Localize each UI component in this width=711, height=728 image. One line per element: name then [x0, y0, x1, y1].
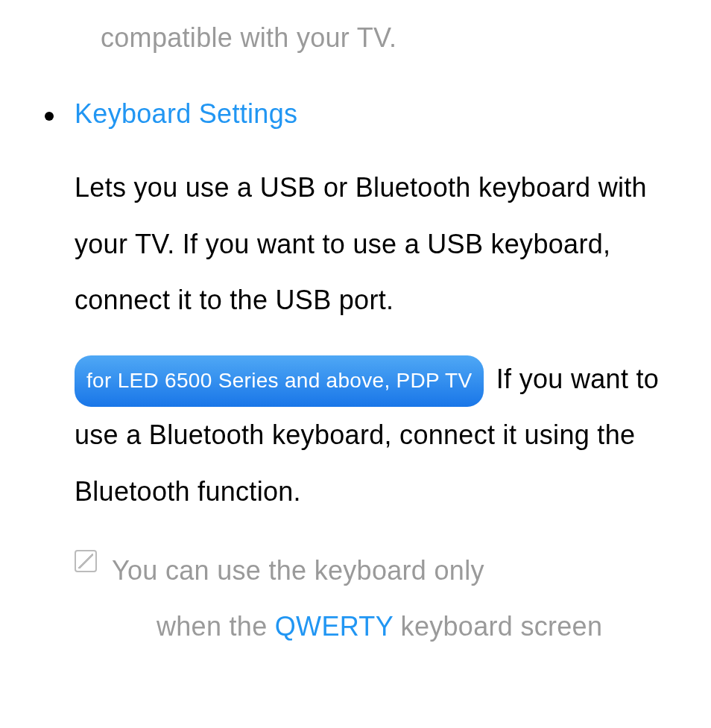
paragraph-1: Lets you use a USB or Bluetooth keyboard… [75, 159, 681, 329]
note-block: You can use the keyboard only when the Q… [75, 542, 681, 655]
note-text-container: You can use the keyboard only when the Q… [112, 542, 602, 655]
document-content: compatible with your TV. Keyboard Settin… [0, 0, 711, 655]
model-pill: for LED 6500 Series and above, PDP TV [75, 355, 484, 407]
list-item: Keyboard Settings [45, 98, 681, 130]
note-line-2: when the QWERTY keyboard screen [157, 598, 602, 655]
section-heading: Keyboard Settings [75, 98, 297, 130]
note-line-1: You can use the keyboard only [112, 542, 602, 599]
prev-page-fragment: compatible with your TV. [101, 22, 681, 54]
note-line-2-prefix: when the [157, 611, 275, 642]
note-highlight: QWERTY [275, 611, 394, 642]
paragraph-2: for LED 6500 Series and above, PDP TV If… [75, 351, 681, 520]
note-line-2-suffix: keyboard screen [393, 611, 602, 642]
bullet-icon [45, 112, 54, 121]
note-icon [75, 550, 97, 572]
